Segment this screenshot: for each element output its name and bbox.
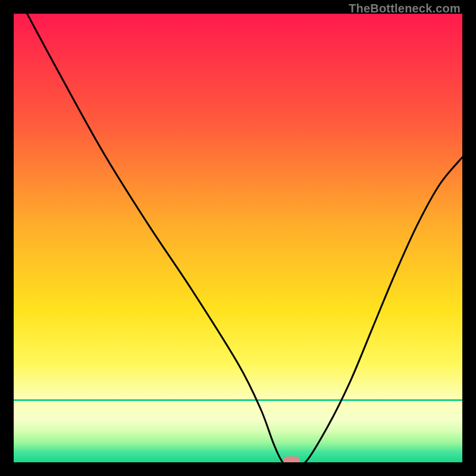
plot-area [14, 14, 462, 462]
curve-layer [14, 14, 462, 462]
watermark-text: TheBottleneck.com [349, 2, 461, 15]
optimal-marker [283, 456, 300, 462]
chart-frame: TheBottleneck.com [0, 0, 476, 476]
bottleneck-curve-path [27, 14, 462, 462]
